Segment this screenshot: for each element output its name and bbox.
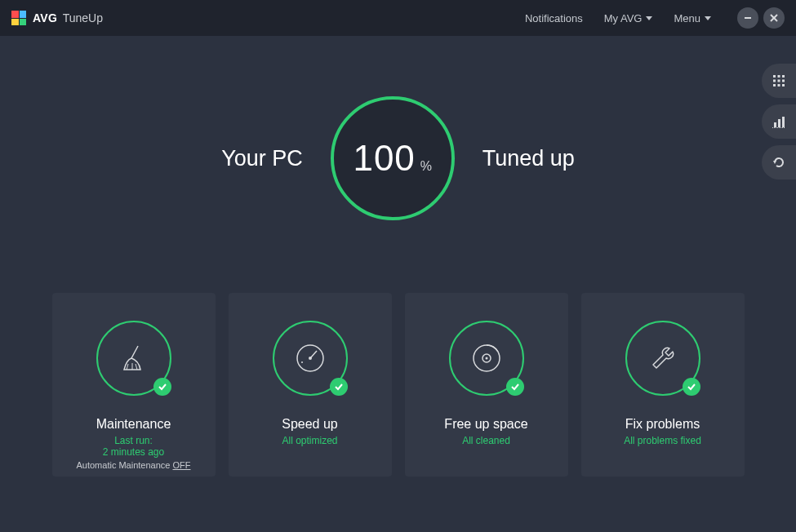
svg-rect-12 bbox=[774, 122, 776, 127]
close-button[interactable] bbox=[763, 7, 785, 29]
freeup-circle bbox=[449, 321, 524, 396]
svg-rect-10 bbox=[778, 84, 780, 86]
tile-free-up-space[interactable]: Free up space All cleaned bbox=[405, 293, 568, 477]
app-logo: AVG TuneUp bbox=[11, 11, 103, 25]
gauge-value: 100 bbox=[353, 138, 415, 179]
chevron-down-icon bbox=[646, 16, 652, 20]
check-icon bbox=[510, 382, 520, 392]
maintenance-last-run-value: 2 minutes ago bbox=[103, 446, 164, 458]
disk-icon bbox=[469, 340, 505, 376]
minimize-icon bbox=[743, 13, 753, 23]
broom-icon bbox=[118, 342, 150, 375]
svg-rect-4 bbox=[778, 75, 780, 78]
titlebar: AVG TuneUp Notifications My AVG Menu bbox=[0, 0, 796, 36]
status-check-badge bbox=[683, 378, 700, 396]
speedup-circle bbox=[273, 321, 348, 396]
bar-chart-icon bbox=[772, 115, 785, 128]
my-avg-menu[interactable]: My AVG bbox=[604, 12, 653, 24]
notifications-label: Notifications bbox=[525, 12, 583, 24]
svg-rect-13 bbox=[778, 119, 780, 127]
my-avg-label: My AVG bbox=[604, 12, 643, 24]
minimize-button[interactable] bbox=[737, 7, 758, 29]
dock-undo-button[interactable] bbox=[762, 145, 796, 180]
hero-status: Your PC 100 % Tuned up bbox=[0, 93, 796, 224]
svg-rect-8 bbox=[782, 80, 785, 82]
automatic-maintenance-line: Automatic Maintenance OFF bbox=[76, 460, 190, 470]
health-gauge: 100 % bbox=[327, 93, 458, 224]
grid-icon bbox=[772, 74, 785, 87]
svg-line-22 bbox=[136, 364, 137, 370]
feature-tiles: Maintenance Last run: 2 minutes ago Auto… bbox=[0, 293, 796, 477]
fix-circle bbox=[625, 321, 700, 396]
svg-marker-16 bbox=[773, 161, 776, 164]
maintenance-circle bbox=[96, 321, 171, 396]
check-icon bbox=[158, 382, 167, 392]
svg-rect-7 bbox=[778, 80, 780, 82]
svg-line-19 bbox=[131, 346, 138, 358]
status-check-badge bbox=[330, 378, 348, 396]
brand-name: AVG bbox=[33, 11, 57, 24]
undo-icon bbox=[772, 155, 786, 170]
svg-line-20 bbox=[127, 364, 128, 370]
svg-rect-5 bbox=[782, 75, 785, 78]
tile-fix-problems[interactable]: Fix problems All problems fixed bbox=[581, 293, 745, 477]
avg-logo-icon bbox=[11, 11, 26, 25]
svg-point-25 bbox=[309, 357, 312, 360]
maintenance-last-run-label: Last run: bbox=[114, 435, 153, 446]
dock-apps-button[interactable] bbox=[762, 64, 796, 98]
tile-title: Maintenance bbox=[96, 417, 171, 432]
tile-title: Free up space bbox=[444, 417, 527, 432]
svg-rect-3 bbox=[773, 75, 776, 78]
svg-point-26 bbox=[301, 361, 303, 363]
dock-stats-button[interactable] bbox=[762, 104, 796, 139]
svg-point-29 bbox=[485, 357, 487, 360]
svg-rect-6 bbox=[773, 80, 776, 82]
tile-speed-up[interactable]: Speed up All optimized bbox=[229, 293, 392, 477]
side-dock bbox=[762, 64, 796, 180]
notifications-link[interactable]: Notifications bbox=[525, 12, 583, 24]
wrench-icon bbox=[645, 340, 681, 376]
tile-status: All cleaned bbox=[462, 435, 510, 446]
svg-rect-9 bbox=[773, 84, 776, 86]
brand-product: TuneUp bbox=[63, 11, 103, 24]
chevron-down-icon bbox=[705, 16, 711, 20]
tile-status: All optimized bbox=[282, 435, 337, 446]
hero-left-text: Your PC bbox=[221, 146, 303, 171]
menu-label: Menu bbox=[674, 12, 700, 24]
status-check-badge bbox=[153, 378, 171, 396]
hero-right-text: Tuned up bbox=[482, 146, 575, 171]
auto-maint-label: Automatic Maintenance bbox=[76, 460, 172, 470]
tile-title: Speed up bbox=[282, 417, 338, 432]
speedometer-icon bbox=[292, 340, 328, 376]
tile-title: Fix problems bbox=[625, 417, 700, 432]
auto-maintenance-toggle[interactable]: OFF bbox=[173, 460, 191, 470]
close-icon bbox=[769, 13, 779, 23]
check-icon bbox=[687, 382, 696, 392]
main-menu[interactable]: Menu bbox=[674, 12, 711, 24]
status-check-badge bbox=[506, 378, 524, 396]
tile-status: All problems fixed bbox=[624, 435, 701, 446]
check-icon bbox=[334, 382, 344, 392]
svg-rect-11 bbox=[782, 84, 785, 86]
svg-rect-14 bbox=[782, 117, 785, 127]
gauge-percent-symbol: % bbox=[420, 159, 432, 174]
tile-maintenance[interactable]: Maintenance Last run: 2 minutes ago Auto… bbox=[52, 293, 216, 477]
